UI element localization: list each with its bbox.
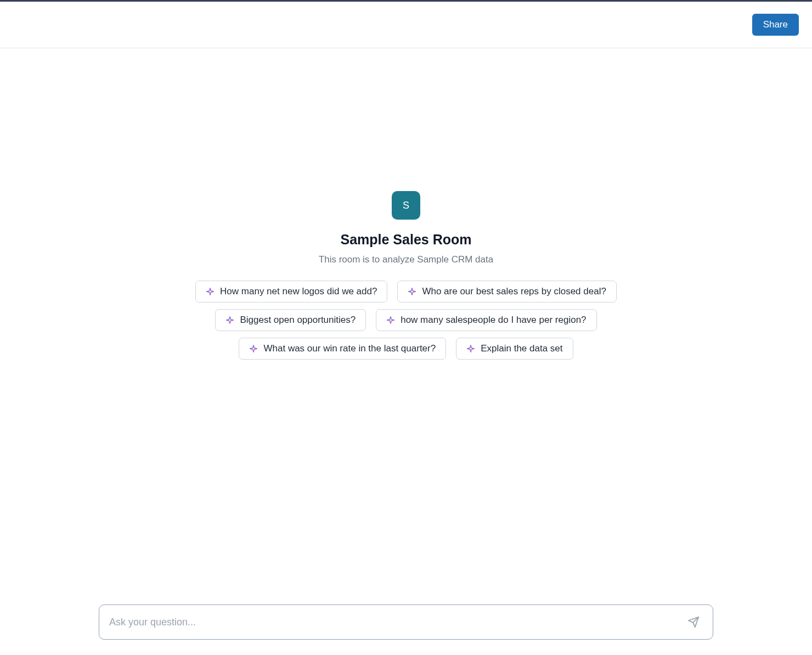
suggestion-label: How many net new logos did we add?: [220, 286, 377, 297]
suggestion-label: Explain the data set: [481, 343, 562, 354]
room-description: This room is to analyze Sample CRM data: [319, 254, 493, 265]
header: Share: [0, 2, 812, 48]
suggestions-row-3: What was our win rate in the last quarte…: [239, 338, 573, 360]
sparkle-icon: [225, 316, 234, 324]
suggestion-label: What was our win rate in the last quarte…: [263, 343, 436, 354]
suggestion-label: Who are our best sales reps by closed de…: [422, 286, 606, 297]
send-icon: [687, 616, 700, 628]
suggestion-chip-net-new-logos[interactable]: How many net new logos did we add?: [195, 281, 387, 303]
suggestions-container: How many net new logos did we add? Who a…: [195, 281, 617, 360]
room-title: Sample Sales Room: [341, 232, 472, 248]
input-container: [99, 604, 713, 640]
question-input-wrapper: [99, 604, 713, 640]
suggestion-chip-win-rate[interactable]: What was our win rate in the last quarte…: [239, 338, 446, 360]
suggestion-label: how many salespeople do I have per regio…: [401, 315, 586, 326]
send-button[interactable]: [684, 613, 703, 631]
suggestion-chip-biggest-opportunities[interactable]: Biggest open opportunities?: [215, 309, 366, 331]
room-avatar: S: [392, 191, 420, 220]
share-button[interactable]: Share: [752, 14, 799, 36]
suggestions-row-1: How many net new logos did we add? Who a…: [195, 281, 617, 303]
suggestion-chip-salespeople-per-region[interactable]: how many salespeople do I have per regio…: [376, 309, 596, 331]
sparkle-icon: [249, 344, 258, 353]
suggestion-chip-best-sales-reps[interactable]: Who are our best sales reps by closed de…: [397, 281, 616, 303]
suggestions-row-2: Biggest open opportunities? how many sal…: [215, 309, 596, 331]
suggestion-chip-explain-dataset[interactable]: Explain the data set: [456, 338, 573, 360]
sparkle-icon: [386, 316, 395, 324]
question-input[interactable]: [109, 617, 684, 628]
main-content: S Sample Sales Room This room is to anal…: [0, 48, 812, 360]
sparkle-icon: [206, 287, 215, 296]
sparkle-icon: [408, 287, 416, 296]
sparkle-icon: [466, 344, 475, 353]
suggestion-label: Biggest open opportunities?: [240, 315, 356, 326]
